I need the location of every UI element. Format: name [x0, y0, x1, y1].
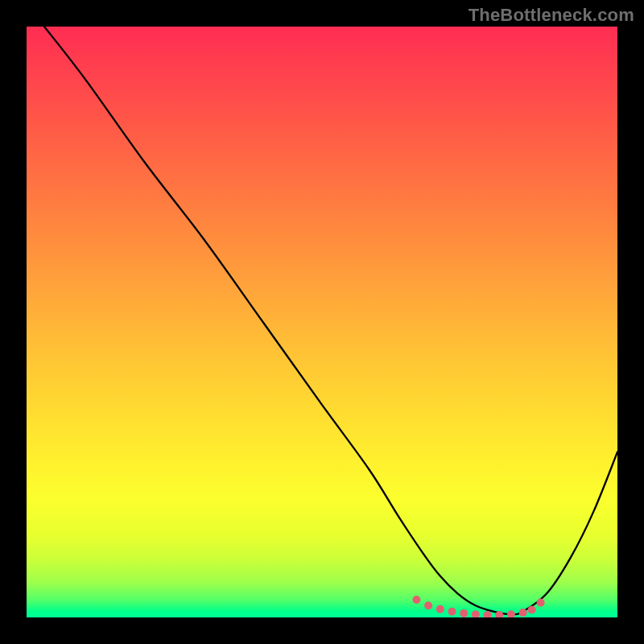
- minimum-dot: [472, 610, 480, 617]
- plot-area: [27, 27, 617, 617]
- minimum-dot: [528, 606, 536, 614]
- minimum-dot: [537, 599, 545, 607]
- chart-svg: [27, 27, 617, 617]
- minimum-dot: [448, 608, 456, 616]
- minimum-dot: [460, 609, 468, 617]
- minimum-dot: [424, 601, 432, 609]
- chart-frame: TheBottleneck.com: [0, 0, 644, 644]
- minimum-dot: [484, 611, 492, 617]
- minimum-dot: [436, 605, 444, 613]
- minimum-dot: [412, 596, 420, 604]
- bottleneck-curve-path: [44, 27, 617, 614]
- minimum-dot: [519, 609, 527, 617]
- watermark-text: TheBottleneck.com: [469, 5, 634, 26]
- minimum-dot: [507, 610, 515, 617]
